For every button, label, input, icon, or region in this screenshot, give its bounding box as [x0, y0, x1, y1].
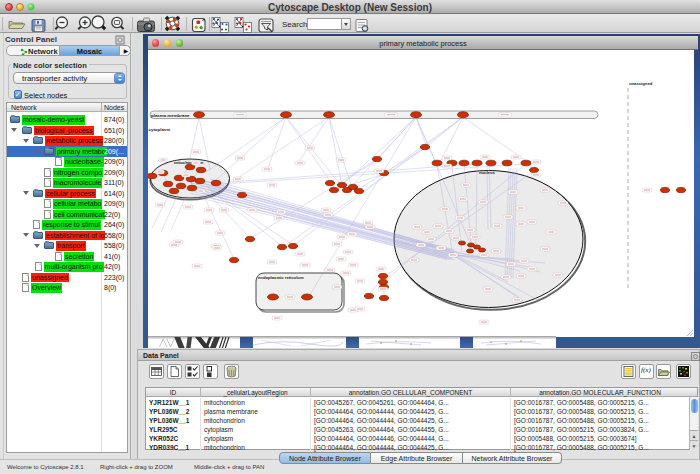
- svg-text:nucleus: nucleus: [479, 170, 495, 175]
- svg-text:cytoplasm: cytoplasm: [149, 127, 171, 132]
- svg-text:unassigned: unassigned: [629, 81, 653, 86]
- svg-text:plasma membrane: plasma membrane: [151, 113, 190, 118]
- svg-text:endoplasmic reticulum: endoplasmic reticulum: [258, 275, 304, 280]
